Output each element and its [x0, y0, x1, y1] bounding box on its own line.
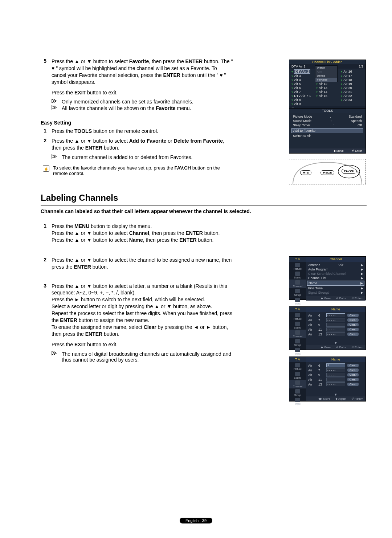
t: Enter [339, 297, 346, 300]
nav-down-icon: ▼ [306, 393, 366, 396]
note-text: Only memorized channels can be set as fa… [62, 99, 193, 105]
menu-tabs: T V PictureSoundChannelSetupInput [289, 307, 306, 350]
t: Switch to Air [293, 134, 362, 138]
nav-down-icon: ▼ [306, 341, 366, 345]
kw-favorite: Favorite [129, 58, 149, 64]
remote-mts-button: MTS [300, 170, 311, 175]
tv-label: T V [289, 257, 306, 262]
channel-cell [316, 102, 339, 106]
t: or [166, 138, 173, 144]
heart-icon: ♥ [220, 72, 222, 78]
menu-row: Fine Tune▶ [308, 286, 363, 290]
screenshot-menu-name-list: T V PictureSoundChannelSetupInput Name A… [289, 306, 366, 350]
t: button on the remote control. [92, 128, 158, 134]
t: Return [355, 297, 363, 300]
info-text: To select the favorite channels you have… [53, 165, 231, 176]
menu-tab: Picture [289, 312, 306, 321]
name-row: Air13- - - - -Clear [308, 382, 363, 387]
menu-tab: Input [289, 297, 306, 306]
channel-cell [341, 102, 363, 106]
t: Return [355, 346, 363, 349]
kw-enter: ENTER [179, 237, 196, 243]
menu-tab: Input [289, 397, 306, 406]
t: button. [102, 145, 119, 151]
name-row: Air6AClear [308, 363, 363, 368]
t: Sleep Timer [293, 123, 310, 127]
menu-tab: Sound [289, 371, 306, 380]
osd-footer: ◆ Move ⏎ Enter ↺ Return [306, 345, 366, 350]
current-channel: DTV Air 2 [291, 65, 306, 68]
menu-tab: Setup [289, 288, 306, 297]
t: Press the ▲ or ▼ button to select [52, 237, 129, 243]
menu-tab: Picture [289, 362, 306, 371]
channel-cell: ♥Air 18 [341, 78, 363, 82]
section-sub: Channels can labeled so that their call … [41, 208, 367, 214]
menu-tabs: T V PictureSoundChannelSetupInput [289, 257, 306, 299]
menu-row: Auto Program▶ [308, 267, 363, 272]
osd-title: TOOLS [289, 109, 366, 113]
popup-item: Add [315, 70, 337, 74]
kw-exit: EXIT [74, 342, 86, 347]
text: , then press the [149, 58, 185, 64]
kw-enter: ENTER [74, 264, 91, 270]
note-text: All favorite channels will be shown on t… [62, 105, 191, 111]
channel-cell: ♥Air 7 [291, 90, 314, 94]
t: menu. [176, 105, 191, 111]
channel-cell: ♥Air 16 [341, 69, 363, 74]
kw-tools: TOOLS [74, 128, 92, 134]
t: Speech [351, 119, 362, 123]
t: Move [323, 397, 330, 400]
menu-tab: Setup [289, 338, 306, 347]
kw-enter: ENTER [85, 145, 102, 151]
text: Press the [52, 90, 74, 95]
step-body: Press the ▲ or ▼ button to select Favori… [52, 58, 233, 96]
step-body: Press the ▲ or ▼ button to select Add to… [52, 138, 233, 151]
t: , /, blank). [113, 290, 135, 296]
t: button. [203, 230, 220, 236]
chevron-icon [52, 99, 59, 105]
t: button. [197, 237, 214, 243]
menu-row: Channel List▶ [308, 276, 363, 280]
remote-favch-button: FAV.CH [342, 169, 357, 174]
name-row: Air9- - - - -Clear [308, 372, 363, 377]
channel-cell: ♥Air 23 [341, 98, 363, 102]
channel-cell: ♥Air 8 [291, 98, 314, 102]
menu-tab: Setup [289, 388, 306, 397]
channel-cell: ♥Air 15 [316, 94, 339, 98]
chevron-icon [52, 105, 59, 111]
t: Adjust [338, 397, 346, 400]
channel-cell: ♥Air 6 [291, 86, 314, 90]
channel-cell: ♥Air 14 [316, 90, 339, 94]
tv-label: T V [289, 357, 306, 362]
t: , then press the [149, 230, 185, 236]
kw-menu: MENU [74, 223, 89, 229]
menu-tabs: T V PictureSoundChannelSetupInput [289, 357, 306, 401]
screenshot-menu-name-edit: T V PictureSoundChannelSetupInput Name A… [289, 356, 366, 402]
osd-footer: ◆ Move ⏎ Enter ↺ Return [306, 296, 366, 301]
t: button. [91, 264, 108, 270]
menu-title: Channel [306, 257, 366, 262]
t: To erase the assigned new name, select [52, 324, 144, 330]
t: Enter [339, 346, 346, 349]
name-row: Air6- - - - -Clear [308, 313, 363, 318]
menu-tab: Sound [289, 271, 306, 280]
name-row: Air13- - - - -Clear [308, 332, 363, 337]
t: Move [336, 149, 344, 152]
channel-cell: ♥Air 20 [341, 86, 363, 90]
channel-cell: ♥Air 22 [341, 94, 363, 98]
osd-footer: ◆ Move ⏎ Enter [289, 148, 366, 153]
menu-tab: Channel [289, 380, 306, 388]
note-text: The names of digital broadcasting channe… [62, 351, 240, 363]
t: Move [324, 346, 331, 349]
popup-item-selected: Favorite [315, 78, 337, 82]
chevron-icon [52, 154, 59, 160]
step-body: Press the TOOLS button on the remote con… [52, 128, 233, 135]
menu-tab: Input [289, 347, 306, 356]
t: Press the ▲ or ▼ button to select a lett… [52, 283, 227, 296]
channel-cell: ♥DTV Air 7-1 [291, 94, 314, 98]
kw-favch: FAV.CH [175, 165, 191, 171]
channel-cell: ♥Air 13 [316, 86, 339, 90]
step-number: 1 [41, 128, 46, 135]
t: Picture Mode [293, 115, 312, 118]
menu-tab: Channel [289, 280, 306, 288]
